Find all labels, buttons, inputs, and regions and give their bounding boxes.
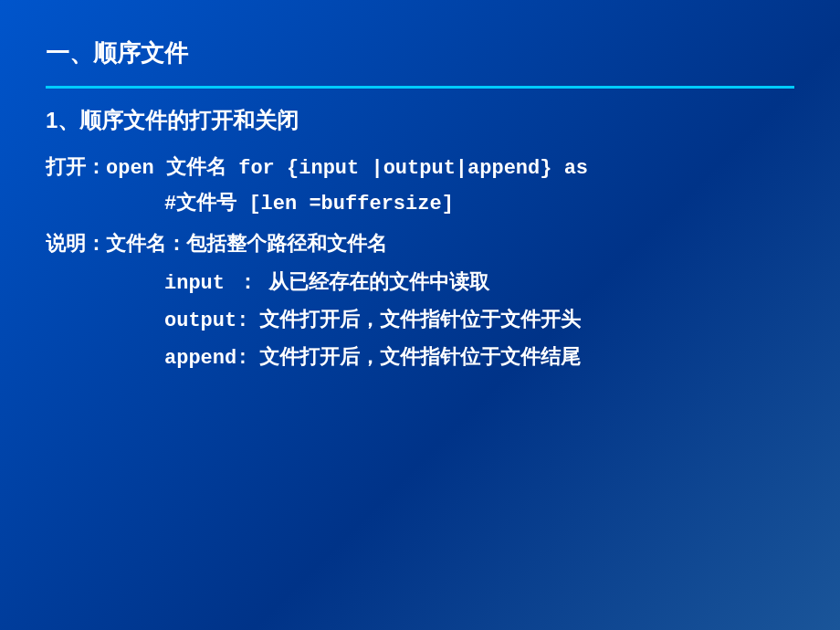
filename-desc: 包括整个路径和文件名 [186, 227, 387, 259]
keyword-output: output: [164, 305, 248, 337]
slide: 一、顺序文件 1、顺序文件的打开和关闭 打开： open 文件名 for {in… [0, 0, 840, 630]
sub-row-output: output: 文件打开后，文件指针位于文件开头 [46, 303, 794, 337]
divider [46, 86, 794, 89]
colon-input: ： [237, 266, 257, 298]
filename-label: 文件名： [106, 227, 186, 259]
open-label: 打开： [46, 151, 106, 183]
open-line-1: 打开： open 文件名 for {input |output|append} … [46, 151, 794, 184]
content-block: 打开： open 文件名 for {input |output|append} … [46, 151, 794, 220]
open-code-1: open 文件名 for {input |output|append} as [106, 152, 588, 184]
sub-row-input: input ： 从已经存在的文件中读取 [46, 266, 794, 299]
section-title: 1、顺序文件的打开和关闭 [46, 105, 794, 136]
desc-append: 文件打开后，文件指针位于文件结尾 [259, 341, 581, 373]
desc-output: 文件打开后，文件指针位于文件开头 [259, 303, 581, 335]
explain-sub-rows: input ： 从已经存在的文件中读取 output: 文件打开后，文件指针位于… [46, 266, 794, 375]
explain-label: 说明： [46, 227, 106, 259]
explain-row-filename: 说明： 文件名： 包括整个路径和文件名 [46, 227, 794, 259]
desc-input: 从已经存在的文件中读取 [268, 266, 489, 298]
keyword-append: append: [164, 342, 248, 374]
keyword-input: input [164, 268, 237, 299]
open-line-2: #文件号 [len =buffersize] [46, 188, 794, 220]
explain-block: 说明： 文件名： 包括整个路径和文件名 input ： 从已经存在的文件中读取 … [46, 227, 794, 374]
sub-row-append: append: 文件打开后，文件指针位于文件结尾 [46, 341, 794, 374]
explain-content-filename: 文件名： 包括整个路径和文件名 [106, 227, 387, 259]
main-title: 一、顺序文件 [46, 37, 794, 69]
